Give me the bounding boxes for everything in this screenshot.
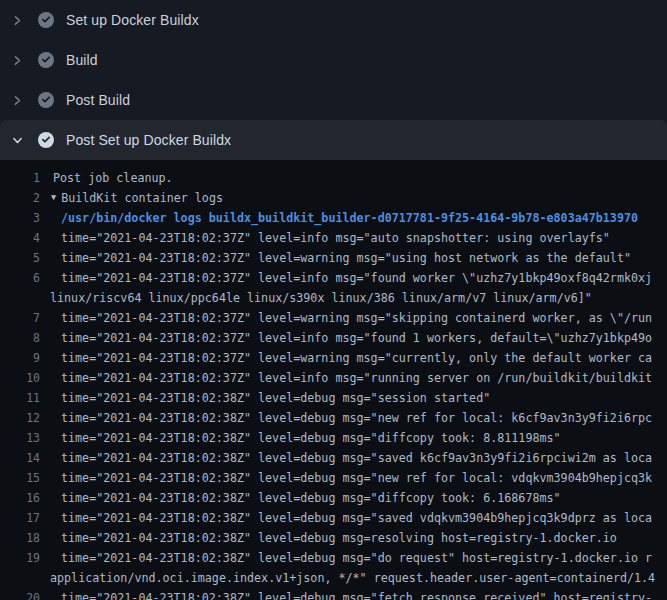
log-text: BuildKit container logs	[61, 191, 223, 205]
log-row: 4time="2021-04-23T18:02:37Z" level=info …	[0, 228, 667, 248]
line-number[interactable]: 4	[0, 231, 40, 245]
step-title: Set up Docker Buildx	[66, 12, 199, 28]
line-number[interactable]: 15	[0, 471, 40, 485]
log-text: time="2021-04-23T18:02:38Z" level=debug …	[40, 491, 561, 505]
log-row: 5time="2021-04-23T18:02:37Z" level=warni…	[0, 248, 667, 268]
chevron-right-icon	[10, 53, 25, 68]
step-row-post-build[interactable]: Post Build	[0, 80, 667, 120]
line-number[interactable]: 8	[0, 331, 40, 345]
log-row: 17time="2021-04-23T18:02:38Z" level=debu…	[0, 508, 667, 528]
line-number[interactable]: 9	[0, 351, 40, 365]
log-row: 14time="2021-04-23T18:02:38Z" level=debu…	[0, 448, 667, 468]
line-number[interactable]: 13	[0, 431, 40, 445]
check-circle-icon	[38, 132, 54, 148]
log-text: time="2021-04-23T18:02:37Z" level=warnin…	[40, 251, 631, 265]
log-row: 20time="2021-04-23T18:02:38Z" level=debu…	[0, 588, 667, 600]
log-text: time="2021-04-23T18:02:38Z" level=debug …	[40, 451, 652, 465]
log-text: time="2021-04-23T18:02:37Z" level=info m…	[40, 271, 652, 285]
log-text: time="2021-04-23T18:02:37Z" level=warnin…	[40, 311, 652, 325]
line-number[interactable]: 11	[0, 391, 40, 405]
step-row-build[interactable]: Build	[0, 40, 667, 80]
log-text: time="2021-04-23T18:02:38Z" level=debug …	[40, 511, 652, 525]
chevron-right-icon	[10, 93, 25, 108]
line-number[interactable]: 17	[0, 511, 40, 525]
log-row: 19time="2021-04-23T18:02:38Z" level=debu…	[0, 548, 667, 568]
line-number[interactable]: 2	[0, 191, 40, 205]
log-text: time="2021-04-23T18:02:38Z" level=debug …	[40, 531, 617, 545]
line-number[interactable]: 19	[0, 551, 40, 565]
log-row: 11time="2021-04-23T18:02:38Z" level=debu…	[0, 388, 667, 408]
line-number[interactable]: 12	[0, 411, 40, 425]
log-row: 12time="2021-04-23T18:02:38Z" level=debu…	[0, 408, 667, 428]
log-text: time="2021-04-23T18:02:38Z" level=debug …	[40, 411, 652, 425]
log-text: time="2021-04-23T18:02:37Z" level=info m…	[40, 231, 610, 245]
step-title: Post Build	[66, 92, 130, 108]
log-text: time="2021-04-23T18:02:37Z" level=info m…	[40, 371, 652, 385]
log-row: 13time="2021-04-23T18:02:38Z" level=debu…	[0, 428, 667, 448]
step-row-set-up-docker-buildx[interactable]: Set up Docker Buildx	[0, 0, 667, 40]
log-row: linux/riscv64 linux/ppc64le linux/s390x …	[0, 288, 667, 308]
log-text: application/vnd.oci.image.index.v1+json,…	[40, 571, 655, 585]
log-panel: 1Post job cleanup.2▼BuildKit container l…	[0, 160, 667, 600]
log-text: time="2021-04-23T18:02:38Z" level=debug …	[40, 591, 652, 600]
check-circle-icon	[38, 52, 54, 68]
actions-log-viewer: Set up Docker BuildxBuildPost BuildPost …	[0, 0, 667, 600]
chevron-right-icon	[10, 13, 25, 28]
log-row: 7time="2021-04-23T18:02:37Z" level=warni…	[0, 308, 667, 328]
log-row: 1Post job cleanup.	[0, 168, 667, 188]
log-text: time="2021-04-23T18:02:37Z" level=info m…	[40, 331, 652, 345]
log-row: 9time="2021-04-23T18:02:37Z" level=warni…	[0, 348, 667, 368]
chevron-down-icon	[10, 133, 25, 148]
line-number[interactable]: 18	[0, 531, 40, 545]
step-title: Build	[66, 52, 98, 68]
line-number[interactable]: 7	[0, 311, 40, 325]
step-title: Post Set up Docker Buildx	[66, 132, 231, 148]
log-row: application/vnd.oci.image.index.v1+json,…	[0, 568, 667, 588]
step-row-post-set-up-docker-buildx[interactable]: Post Set up Docker Buildx	[0, 120, 667, 160]
line-number[interactable]: 5	[0, 251, 40, 265]
log-row: 10time="2021-04-23T18:02:37Z" level=info…	[0, 368, 667, 388]
line-number[interactable]: 16	[0, 491, 40, 505]
log-row: 3/usr/bin/docker logs buildx_buildkit_bu…	[0, 208, 667, 228]
group-disclosure-icon[interactable]: ▼	[40, 192, 61, 202]
log-row: 6time="2021-04-23T18:02:37Z" level=info …	[0, 268, 667, 288]
log-command-text: /usr/bin/docker logs buildx_buildkit_bui…	[40, 211, 638, 225]
log-text: Post job cleanup.	[40, 171, 173, 185]
line-number[interactable]: 3	[0, 211, 40, 225]
log-group-row[interactable]: 2▼BuildKit container logs	[0, 188, 667, 208]
line-number[interactable]: 10	[0, 371, 40, 385]
line-number[interactable]: 14	[0, 451, 40, 465]
log-row: 18time="2021-04-23T18:02:38Z" level=debu…	[0, 528, 667, 548]
log-text: time="2021-04-23T18:02:37Z" level=warnin…	[40, 351, 652, 365]
log-row: 15time="2021-04-23T18:02:38Z" level=debu…	[0, 468, 667, 488]
log-text: time="2021-04-23T18:02:38Z" level=debug …	[40, 471, 652, 485]
log-text: time="2021-04-23T18:02:38Z" level=debug …	[40, 431, 561, 445]
log-text: time="2021-04-23T18:02:38Z" level=debug …	[40, 551, 652, 565]
line-number[interactable]: 20	[0, 591, 40, 600]
check-circle-icon	[38, 12, 54, 28]
log-row: 16time="2021-04-23T18:02:38Z" level=debu…	[0, 488, 667, 508]
log-row: 8time="2021-04-23T18:02:37Z" level=info …	[0, 328, 667, 348]
check-circle-icon	[38, 92, 54, 108]
line-number[interactable]: 6	[0, 271, 40, 285]
log-text: time="2021-04-23T18:02:38Z" level=debug …	[40, 391, 490, 405]
log-text: linux/riscv64 linux/ppc64le linux/s390x …	[40, 291, 592, 305]
line-number[interactable]: 1	[0, 171, 40, 185]
steps-list: Set up Docker BuildxBuildPost BuildPost …	[0, 0, 667, 160]
